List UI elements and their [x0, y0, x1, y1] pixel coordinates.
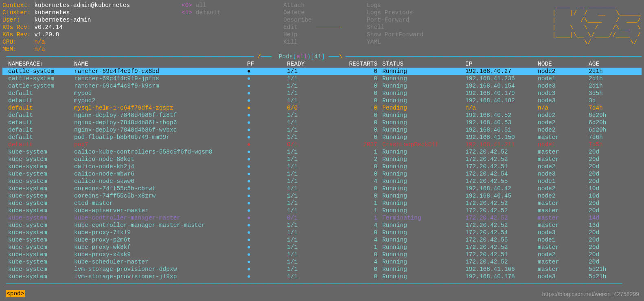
- cell-pf: ●: [247, 148, 287, 156]
- table-row[interactable]: defaultnginx-deploy-7848d4b86f-rbqp6●1/1…: [2, 119, 642, 126]
- cell-ready: 1/1: [287, 134, 346, 141]
- k9s-rev-value: v0.24.14: [34, 24, 63, 31]
- col-ip[interactable]: IP: [465, 60, 538, 68]
- cell-ready: 1/1: [287, 266, 346, 273]
- cell-namespace: kube-system: [2, 258, 74, 266]
- cell-name: nginx-deploy-7848d4b86f-rbqp6: [74, 119, 247, 126]
- shortcut-key[interactable]: [316, 17, 320, 23]
- table-row[interactable]: kube-systemcoredns-74ff55c5b-x8zrw●1/10R…: [2, 192, 642, 200]
- col-restarts[interactable]: RESTARTS: [346, 60, 380, 68]
- cell-ip: 172.20.42.54: [465, 170, 538, 178]
- table-row[interactable]: kube-systemkube-proxy-x4xk9●1/10Running1…: [2, 251, 642, 258]
- col-status[interactable]: STATUS: [380, 60, 465, 68]
- cell-restarts: 1: [346, 214, 380, 222]
- cell-name: calico-node-kh2j4: [74, 163, 247, 170]
- shortcut-key[interactable]: [232, 24, 254, 31]
- table-row[interactable]: kube-systemlvm-storage-provisioner-ddpxw…: [2, 266, 642, 273]
- shortcut-key[interactable]: [316, 9, 367, 16]
- table-row[interactable]: kube-systemkube-scheduler-master●1/14Run…: [2, 258, 642, 266]
- status-dot-icon: ●: [247, 134, 251, 141]
- col-node[interactable]: NODE: [538, 60, 589, 68]
- table-row[interactable]: kube-systemcalico-node-kh2j4●1/10Running…: [2, 163, 642, 170]
- shortcut-key[interactable]: [316, 24, 341, 31]
- shortcut-key[interactable]: [316, 31, 341, 38]
- table-row[interactable]: kube-systemetcd-master●1/11Running172.20…: [2, 200, 642, 207]
- cell-node: node1: [538, 75, 589, 82]
- cluster-value: kubernetes: [34, 9, 70, 16]
- pods-table[interactable]: NAMESPACE↑ NAME PF READY RESTARTS STATUS…: [2, 60, 642, 280]
- cell-age: 20d: [589, 148, 642, 156]
- table-row[interactable]: cattle-systemrancher-69c4f4c9f9-cx8bd●1/…: [2, 68, 642, 75]
- cell-ready: 1/1: [287, 192, 346, 200]
- table-row[interactable]: defaultmypod●1/10Running192.168.40.179no…: [2, 90, 642, 97]
- table-row[interactable]: defaultnginx-deploy-7848d4b86f-fz8tf●1/1…: [2, 112, 642, 119]
- cell-status: Running: [380, 236, 465, 244]
- cell-ready: 1/1: [287, 185, 346, 192]
- table-row[interactable]: defaultnginx-deploy-7848d4b86f-wvbxc●1/1…: [2, 126, 642, 134]
- col-ready[interactable]: READY: [287, 60, 346, 68]
- cell-ip: 192.168.40.182: [465, 97, 538, 104]
- table-row[interactable]: kube-systemlvm-storage-provisioner-jl9xp…: [2, 273, 642, 280]
- shortcut-key[interactable]: [232, 9, 236, 16]
- shortcut-key[interactable]: [232, 39, 236, 45]
- k9s-logo: ____ __ ________ | |/ / __ \______ | /\_…: [552, 2, 641, 46]
- table-row[interactable]: kube-systemkube-controller-manager-maste…: [2, 222, 642, 229]
- command-prompt[interactable]: <pod>: [6, 290, 25, 297]
- cell-node: node1: [538, 236, 589, 244]
- shortcut-label: YAML: [367, 39, 381, 45]
- table-row[interactable]: kube-systemkube-proxy-7fkl9●1/10Running1…: [2, 229, 642, 236]
- cell-name: mypod2: [74, 97, 247, 104]
- table-row[interactable]: defaultmysql-helm-1-c64f79df4-zqspz●0/00…: [2, 104, 642, 112]
- table-row[interactable]: defaultmypod2●1/10Running192.168.40.182n…: [2, 97, 642, 104]
- col-pf[interactable]: PF: [247, 60, 287, 68]
- cell-ip: 172.20.42.52: [465, 200, 538, 207]
- col-namespace[interactable]: NAMESPACE↑: [2, 60, 74, 68]
- col-age[interactable]: AGE: [589, 60, 642, 68]
- cell-restarts: 0: [346, 82, 380, 90]
- cell-status: Running: [380, 178, 465, 185]
- cell-node: n/a: [538, 104, 589, 112]
- col-name[interactable]: NAME: [74, 60, 247, 68]
- shortcut-key[interactable]: [316, 39, 341, 45]
- table-row[interactable]: kube-systemcalico-node-88kqt●1/12Running…: [2, 156, 642, 163]
- cell-name: lvm-storage-provisioner-ddpxw: [74, 266, 247, 273]
- table-row[interactable]: cattle-systemrancher-69c4f4c9f9-k9srm●1/…: [2, 82, 642, 90]
- scope-key-1[interactable]: <1>: [182, 9, 192, 16]
- table-row[interactable]: kube-systemcalico-kube-controllers-558c9…: [2, 148, 642, 156]
- table-row[interactable]: defaultpod-floatip-b8b46b749-mm99r●1/10R…: [2, 134, 642, 141]
- cell-node: node3: [538, 229, 589, 236]
- cell-pf: ●: [247, 141, 287, 148]
- cell-ready: 1/1: [287, 251, 346, 258]
- cell-namespace: kube-system: [2, 236, 74, 244]
- status-dot-icon: ●: [247, 259, 251, 265]
- user-value: kubernetes-admin: [34, 17, 91, 23]
- scope-key-0[interactable]: <0>: [182, 2, 192, 9]
- cell-ready: 1/1: [287, 97, 346, 104]
- cell-ready: 1/1: [287, 170, 346, 178]
- cell-restarts: 0: [346, 90, 380, 97]
- cell-name: calico-node-88kqt: [74, 156, 247, 163]
- table-row[interactable]: kube-systemcoredns-74ff55c5b-cbrwt●1/10R…: [2, 185, 642, 192]
- table-row[interactable]: defaultpox7●0/12037CrashLoopBackOff192.1…: [2, 141, 642, 148]
- cell-restarts: 0: [346, 229, 380, 236]
- cell-ip: 172.20.42.52: [465, 214, 538, 222]
- status-dot-icon: ●: [247, 185, 251, 192]
- shortcut-key[interactable]: [232, 2, 254, 9]
- table-row[interactable]: kube-systemcalico-node-skww6●1/14Running…: [2, 178, 642, 185]
- cell-node: node2: [538, 192, 589, 200]
- table-row[interactable]: kube-systemcalico-node-mbwr6●1/10Running…: [2, 170, 642, 178]
- shortcut-key[interactable]: [232, 31, 254, 38]
- cell-restarts: 2: [346, 156, 380, 163]
- cell-age: 2d1h: [589, 68, 642, 75]
- cell-age: 6d20h: [589, 119, 642, 126]
- cell-namespace: default: [2, 119, 74, 126]
- shortcut-key[interactable]: [232, 17, 254, 23]
- table-row[interactable]: cattle-systemrancher-69c4f4c9f9-jpfns●1/…: [2, 75, 642, 82]
- cell-age: 2d1h: [589, 82, 642, 90]
- table-row[interactable]: kube-systemkube-proxy-wk8kf●1/11Running1…: [2, 244, 642, 251]
- table-row[interactable]: kube-systemkube-controller-manager-maste…: [2, 214, 642, 222]
- table-row[interactable]: kube-systemkube-apiserver-master●1/11Run…: [2, 207, 642, 214]
- table-row[interactable]: kube-systemkube-proxy-p2m6t●1/14Running1…: [2, 236, 642, 244]
- cell-name: pox7: [74, 141, 247, 148]
- shortcut-key[interactable]: [316, 2, 341, 9]
